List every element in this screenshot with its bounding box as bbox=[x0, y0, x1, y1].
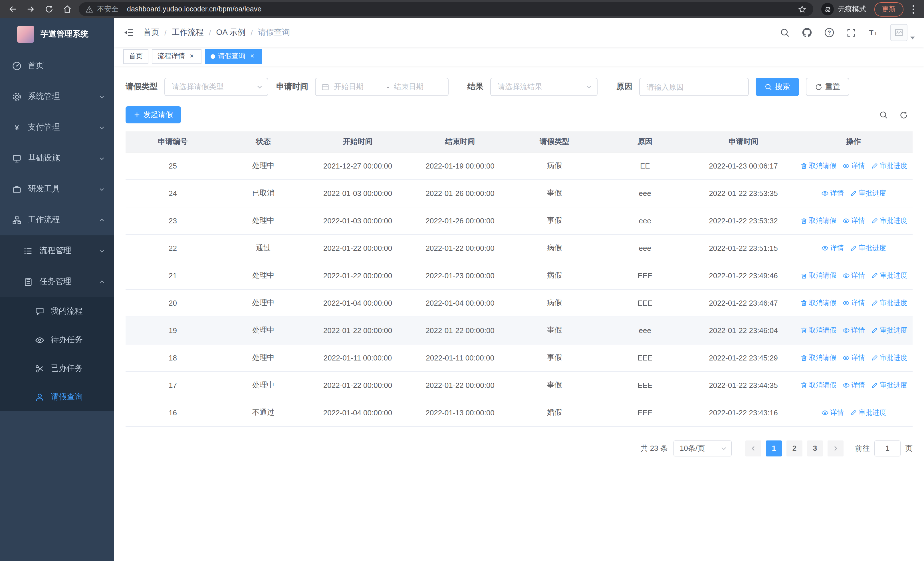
leave-type-select[interactable]: 请选择请假类型 bbox=[164, 78, 268, 96]
incognito-badge: 无痕模式 bbox=[821, 3, 866, 15]
breadcrumb-item[interactable]: OA 示例 bbox=[216, 27, 246, 38]
browser-menu-icon[interactable] bbox=[908, 5, 918, 14]
sidebar-item-infrastructure[interactable]: 基础设施 bbox=[0, 143, 114, 174]
table-row: 22通过2022-01-22 00:00:002022-01-22 00:00:… bbox=[126, 234, 913, 262]
leave-table: 申请编号 状态 开始时间 结束时间 请假类型 原因 申请时间 操作 25处理中2… bbox=[126, 131, 913, 426]
breadcrumb-separator: / bbox=[250, 28, 253, 37]
detail-link[interactable]: 详情 bbox=[842, 325, 865, 335]
sidebar-item-task-management[interactable]: 任务管理 bbox=[0, 266, 114, 297]
sidebar-toggle-icon[interactable] bbox=[123, 27, 135, 38]
op-label: 审批进度 bbox=[859, 408, 886, 417]
browser-home-icon[interactable] bbox=[60, 2, 74, 16]
approval-progress-link[interactable]: 审批进度 bbox=[871, 325, 907, 335]
bookmark-star-icon[interactable] bbox=[798, 5, 806, 14]
chevron-down-icon bbox=[585, 83, 592, 90]
toggle-search-icon[interactable] bbox=[879, 111, 888, 119]
search-button[interactable]: 搜索 bbox=[756, 78, 799, 96]
page-button-3[interactable]: 3 bbox=[807, 440, 823, 456]
sidebar-item-system[interactable]: 系统管理 bbox=[0, 81, 114, 112]
detail-link[interactable]: 详情 bbox=[842, 216, 865, 226]
help-icon[interactable]: ? bbox=[824, 27, 834, 38]
cancel-leave-link[interactable]: 取消请假 bbox=[800, 353, 836, 362]
goto-page-input[interactable] bbox=[874, 440, 901, 456]
security-label[interactable]: 不安全 bbox=[97, 4, 118, 14]
tab-home[interactable]: 首页 bbox=[123, 49, 148, 64]
detail-link[interactable]: 详情 bbox=[842, 161, 865, 170]
cell-reason: EEE bbox=[598, 289, 692, 316]
page-button-1[interactable]: 1 bbox=[766, 440, 782, 456]
cell-status: 已取消 bbox=[220, 179, 306, 207]
reason-input[interactable] bbox=[639, 78, 749, 96]
cell-reason: EEE bbox=[598, 371, 692, 399]
cancel-leave-link[interactable]: 取消请假 bbox=[800, 325, 836, 335]
address-bar[interactable]: 不安全 dashboard.yudao.iocoder.cn/bpm/oa/le… bbox=[79, 2, 813, 16]
approval-progress-link[interactable]: 审批进度 bbox=[849, 408, 886, 417]
cell-ops: 取消请假详情审批进度 bbox=[795, 289, 913, 316]
user-avatar[interactable] bbox=[890, 24, 915, 41]
chevron-down-icon bbox=[99, 93, 105, 100]
detail-link[interactable]: 详情 bbox=[842, 298, 865, 308]
cell-end: 2022-01-23 00:00:00 bbox=[409, 262, 512, 289]
result-select[interactable]: 请选择流结果 bbox=[490, 78, 597, 96]
detail-link[interactable]: 详情 bbox=[842, 271, 865, 280]
close-icon[interactable]: × bbox=[248, 52, 256, 60]
sidebar-item-leave-query[interactable]: 请假查询 bbox=[0, 383, 114, 411]
sidebar-item-home[interactable]: 首页 bbox=[0, 50, 114, 81]
op-label: 审批进度 bbox=[859, 243, 886, 253]
page-size-select[interactable]: 10条/页 bbox=[674, 440, 732, 456]
cancel-leave-link[interactable]: 取消请假 bbox=[800, 298, 836, 308]
sidebar-item-payment[interactable]: ¥ 支付管理 bbox=[0, 112, 114, 143]
sidebar-item-workflow[interactable]: 工作流程 bbox=[0, 205, 114, 235]
sidebar-item-done-tasks[interactable]: 已办任务 bbox=[0, 354, 114, 383]
approval-progress-link[interactable]: 审批进度 bbox=[871, 298, 907, 308]
op-label: 取消请假 bbox=[809, 298, 836, 308]
sidebar-item-my-processes[interactable]: 我的流程 bbox=[0, 297, 114, 326]
approval-progress-link[interactable]: 审批进度 bbox=[871, 161, 907, 170]
app-logo[interactable]: 芋道管理系统 bbox=[0, 18, 114, 50]
approval-progress-link[interactable]: 审批进度 bbox=[871, 353, 907, 362]
page-button-2[interactable]: 2 bbox=[786, 440, 802, 456]
close-icon[interactable]: × bbox=[188, 52, 196, 60]
cancel-leave-link[interactable]: 取消请假 bbox=[800, 380, 836, 390]
refresh-table-icon[interactable] bbox=[900, 111, 908, 119]
next-page-button[interactable] bbox=[828, 440, 843, 456]
cancel-leave-link[interactable]: 取消请假 bbox=[800, 271, 836, 280]
fullscreen-icon[interactable] bbox=[846, 28, 856, 38]
breadcrumb-item[interactable]: 工作流程 bbox=[172, 27, 204, 38]
url-text[interactable]: dashboard.yudao.iocoder.cn/bpm/oa/leave bbox=[127, 5, 261, 13]
divider bbox=[122, 5, 123, 13]
cancel-leave-link[interactable]: 取消请假 bbox=[800, 216, 836, 226]
browser-reload-icon[interactable] bbox=[42, 2, 56, 16]
approval-progress-link[interactable]: 审批进度 bbox=[871, 380, 907, 390]
tab-process-detail[interactable]: 流程详情 × bbox=[152, 49, 201, 64]
browser-forward-icon[interactable] bbox=[24, 2, 38, 16]
detail-link[interactable]: 详情 bbox=[821, 188, 844, 198]
sidebar-item-process-management[interactable]: 流程管理 bbox=[0, 235, 114, 266]
cancel-leave-link[interactable]: 取消请假 bbox=[800, 161, 836, 170]
browser-update-button[interactable]: 更新 bbox=[874, 2, 903, 16]
op-label: 详情 bbox=[830, 243, 844, 253]
prev-page-button[interactable] bbox=[746, 440, 761, 456]
detail-link[interactable]: 详情 bbox=[842, 380, 865, 390]
detail-link[interactable]: 详情 bbox=[842, 353, 865, 362]
sidebar-item-todo-tasks[interactable]: 待办任务 bbox=[0, 326, 114, 354]
detail-link[interactable]: 详情 bbox=[821, 408, 844, 417]
header-search-icon[interactable] bbox=[780, 28, 790, 38]
github-icon[interactable] bbox=[802, 27, 812, 38]
approval-progress-link[interactable]: 审批进度 bbox=[871, 216, 907, 226]
font-size-icon[interactable]: TT bbox=[868, 27, 878, 38]
approval-progress-link[interactable]: 审批进度 bbox=[849, 243, 886, 253]
detail-link[interactable]: 详情 bbox=[821, 243, 844, 253]
date-range-picker[interactable]: 开始日期 - 结束日期 bbox=[315, 78, 448, 96]
approval-progress-link[interactable]: 审批进度 bbox=[849, 188, 886, 198]
tab-leave-query[interactable]: 请假查询 × bbox=[205, 49, 262, 64]
op-label: 取消请假 bbox=[809, 380, 836, 390]
approval-progress-link[interactable]: 审批进度 bbox=[871, 271, 907, 280]
cell-start: 2022-01-22 00:00:00 bbox=[306, 262, 409, 289]
breadcrumb-item[interactable]: 首页 bbox=[143, 27, 159, 38]
reset-button[interactable]: 重置 bbox=[806, 78, 849, 96]
create-leave-button[interactable]: 发起请假 bbox=[126, 106, 181, 123]
sidebar-item-devtools[interactable]: 研发工具 bbox=[0, 174, 114, 205]
sidebar-item-label: 流程管理 bbox=[39, 246, 71, 256]
browser-back-icon[interactable] bbox=[6, 2, 20, 16]
